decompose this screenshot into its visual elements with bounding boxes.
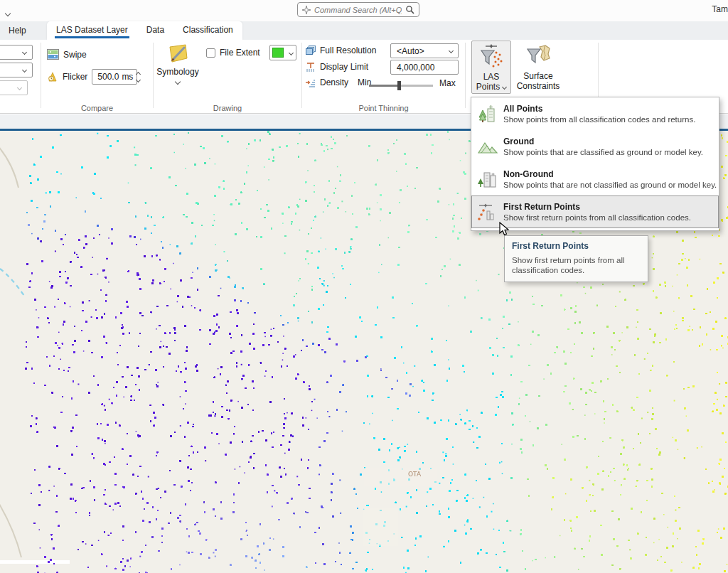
swipe-button[interactable]: Swipe	[47, 49, 87, 60]
full-resolution-label: Full Resolution	[320, 45, 376, 55]
mouse-cursor	[499, 222, 510, 237]
menu-item-all-points[interactable]: All Points Show points from all classifi…	[471, 97, 719, 130]
file-extent-control[interactable]: File Extent	[206, 48, 260, 58]
non-ground-icon	[477, 168, 498, 190]
flicker-spinner[interactable]	[133, 73, 144, 82]
las-points-icon	[477, 43, 505, 72]
ribbon-tab-row: Help LAS Dataset Layer Data Classificati…	[0, 21, 728, 40]
tooltip-description: Show first return points from all classi…	[512, 255, 641, 275]
flicker-value: 500.0	[97, 72, 119, 82]
file-extent-checkbox[interactable]	[206, 48, 215, 58]
swipe-label: Swipe	[63, 50, 87, 60]
density-icon	[306, 77, 316, 87]
drawing-group-label: Drawing	[154, 104, 301, 112]
file-extent-label: File Extent	[220, 48, 260, 58]
symbology-button[interactable]: Symbology	[159, 43, 196, 94]
surface-constraints-label-1: Surface	[523, 71, 552, 81]
flicker-label: Flicker	[63, 72, 87, 82]
resolution-dropdown[interactable]: <Auto>	[390, 43, 459, 58]
menu-item-ground[interactable]: Ground Show points that are classified a…	[471, 130, 719, 163]
contextual-tab-group: LAS Dataset Layer Data Classification	[47, 21, 242, 40]
las-points-button[interactable]: LAS Points	[471, 41, 511, 94]
las-points-chevron-icon	[502, 84, 507, 89]
surface-constraints-button[interactable]: Surface Constraints	[515, 41, 562, 94]
display-limit-label: Display Limit	[320, 62, 368, 72]
flicker-unit: ms	[122, 72, 133, 82]
quick-access-chevron-icon[interactable]	[6, 6, 11, 11]
all-points-icon	[477, 103, 498, 124]
layer-combo-3[interactable]	[0, 80, 28, 95]
command-search-placeholder: Command Search (Alt+Q)	[314, 6, 402, 14]
las-points-dropdown-menu: All Points Show points from all classifi…	[471, 97, 719, 231]
tab-classification[interactable]: Classification	[173, 21, 242, 40]
title-bar: Command Search (Alt+Q) Tam	[0, 0, 728, 21]
layer-combo-2[interactable]	[0, 63, 33, 77]
display-limit-input[interactable]: 4,000,000	[390, 60, 459, 75]
menu-item-non-ground[interactable]: Non-Ground Show points that are not clas…	[471, 163, 719, 196]
search-icon	[405, 5, 414, 14]
extent-color-picker[interactable]	[269, 45, 296, 60]
symbology-label: Symbology	[156, 67, 198, 77]
flicker-control: Flicker 500.0 ms	[47, 69, 137, 85]
surface-constraints-label-2: Constraints	[517, 81, 560, 91]
resolution-value: <Auto>	[397, 46, 424, 56]
tab-help[interactable]: Help	[7, 21, 28, 40]
user-name[interactable]: Tam	[712, 4, 728, 14]
full-resolution-icon	[306, 45, 316, 55]
tab-data[interactable]: Data	[137, 21, 173, 40]
group-drawing: Symbology File Extent Drawing	[154, 40, 301, 114]
symbology-icon	[166, 43, 190, 65]
tab-las-dataset-layer[interactable]: LAS Dataset Layer	[47, 21, 137, 40]
group-compare: Swipe Flicker 500.0 ms Compare	[41, 40, 153, 114]
swipe-icon	[47, 49, 59, 60]
sparkle-icon	[302, 6, 311, 14]
surface-constraints-icon	[524, 43, 552, 71]
group-point-thinning: Full Resolution <Auto> Display Limit 4,0…	[302, 40, 465, 114]
display-limit-icon	[306, 62, 316, 72]
tooltip-title: First Return Points	[512, 241, 641, 251]
las-points-label-1: LAS	[483, 72, 500, 82]
density-label: Density	[320, 77, 348, 87]
density-slider-handle[interactable]	[397, 81, 401, 90]
point-thinning-group-label: Point Thinning	[302, 104, 465, 112]
first-return-points-tooltip: First Return Points Show first return po…	[504, 235, 648, 282]
density-slider[interactable]	[369, 81, 433, 90]
density-max-label: Max	[439, 78, 456, 88]
ground-icon	[477, 136, 498, 157]
first-return-points-icon	[477, 201, 498, 223]
display-limit-value: 4,000,000	[397, 63, 434, 73]
flicker-icon[interactable]	[47, 71, 58, 82]
flicker-interval-input[interactable]: 500.0 ms	[92, 69, 137, 85]
las-points-label-2: Points	[476, 82, 506, 92]
command-search-box[interactable]: Command Search (Alt+Q)	[297, 2, 419, 17]
extent-color-swatch	[272, 48, 284, 58]
application-window: Command Search (Alt+Q) Tam Help LAS Data…	[0, 0, 728, 573]
symbology-dropdown-chevron[interactable]	[175, 79, 181, 85]
layer-combo-1[interactable]	[0, 45, 33, 60]
compare-group-label: Compare	[41, 104, 153, 112]
